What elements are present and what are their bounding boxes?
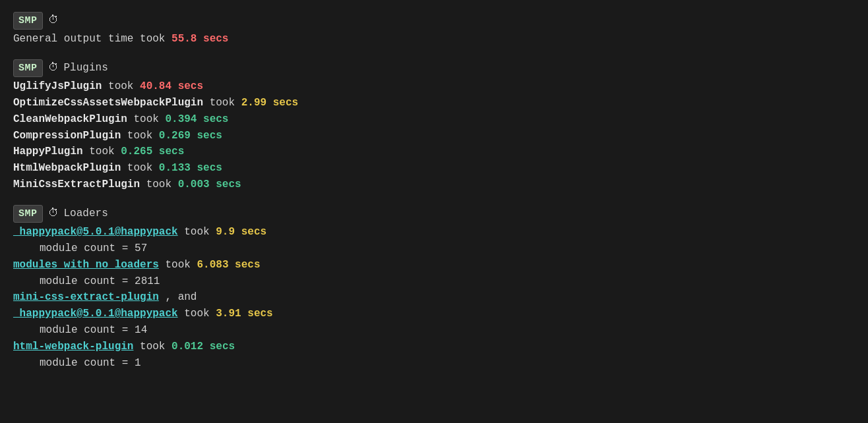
loader-took-happypack1: took (184, 226, 216, 238)
plugins-header: SMP ⏱ Plugins (13, 59, 855, 77)
plugin-value-mini-css: 0.003 secs (178, 179, 241, 190)
plugin-value-optimize-css: 2.99 secs (241, 97, 298, 109)
loader-value-happypack1: 9.9 secs (216, 226, 266, 238)
loader-value-no-loaders: 6.083 secs (197, 259, 260, 271)
clock-icon-general: ⏱ (48, 13, 59, 29)
plugin-value-html: 0.133 secs (159, 162, 222, 174)
plugin-took-mini-css: took (146, 179, 178, 190)
plugin-value-uglify: 40.84 secs (140, 80, 203, 92)
general-header: SMP ⏱ (13, 12, 855, 30)
loader-line-mini-happypack: mini-css-extract-plugin , and (13, 289, 855, 306)
loader-name-html-webpack: html-webpack-plugin (13, 341, 133, 352)
loader-line-html-webpack: html-webpack-plugin took 0.012 secs (13, 339, 855, 355)
plugin-line-uglify: UglifyJsPlugin took 40.84 secs (13, 78, 855, 95)
plugin-took-compression: took (127, 130, 159, 142)
plugin-line-optimize-css: OptimizeCssAssetsWebpackPlugin took 2.99… (13, 95, 855, 111)
plugin-took-clean: took (133, 113, 165, 125)
general-section: SMP ⏱ General output time took 55.8 secs (13, 12, 855, 47)
loaders-section: SMP ⏱ Loaders _happypack@5.0.1@happypack… (13, 205, 855, 371)
general-output-prefix: General output time took (13, 33, 171, 45)
plugin-took-html: took (127, 162, 159, 174)
plugin-name-uglify: UglifyJsPlugin (13, 80, 102, 92)
plugin-name-happy: HappyPlugin (13, 146, 83, 157)
plugin-name-clean: CleanWebpackPlugin (13, 113, 127, 125)
loader-sep-and: , and (165, 291, 197, 303)
loader-value-happypack2: 3.91 secs (216, 308, 272, 320)
plugin-value-clean: 0.394 secs (165, 113, 228, 125)
loaders-title: Loaders (64, 206, 108, 222)
plugin-took-optimize-css: took (210, 97, 241, 109)
loader-line-happypack2: _happypack@5.0.1@happypack took 3.91 sec… (13, 306, 855, 322)
loaders-header: SMP ⏱ Loaders (13, 205, 855, 223)
loader-line-no-loaders: modules with no loaders took 6.083 secs (13, 257, 855, 273)
general-output-line: General output time took 55.8 secs (13, 31, 855, 47)
loader-name-happypack1: _happypack@5.0.1@happypack (13, 226, 178, 238)
plugin-took-uglify: took (108, 80, 140, 92)
plugin-took-happy: took (89, 146, 121, 157)
loader-count-no-loaders: module count = 2811 (40, 273, 855, 290)
smp-badge-loaders: SMP (13, 205, 43, 223)
plugin-value-happy: 0.265 secs (121, 146, 184, 157)
smp-badge-general: SMP (13, 12, 43, 30)
plugin-value-compression: 0.269 secs (159, 130, 222, 142)
loader-took-happypack2: took (184, 308, 216, 320)
loader-name-happypack2: _happypack@5.0.1@happypack (13, 308, 178, 320)
plugin-line-html: HtmlWebpackPlugin took 0.133 secs (13, 160, 855, 177)
loader-line-happypack1: _happypack@5.0.1@happypack took 9.9 secs (13, 224, 855, 240)
plugin-name-mini-css: MiniCssExtractPlugin (13, 179, 140, 190)
plugin-name-optimize-css: OptimizeCssAssetsWebpackPlugin (13, 97, 203, 109)
plugin-line-compression: CompressionPlugin took 0.269 secs (13, 128, 855, 144)
smp-badge-plugins: SMP (13, 59, 43, 77)
loader-value-html-webpack: 0.012 secs (171, 341, 235, 352)
plugin-name-html: HtmlWebpackPlugin (13, 162, 121, 174)
plugins-section: SMP ⏱ Plugins UglifyJsPlugin took 40.84 … (13, 59, 855, 193)
loader-name-mini-css-extract: mini-css-extract-plugin (13, 291, 159, 303)
plugin-name-compression: CompressionPlugin (13, 130, 121, 142)
clock-icon-loaders: ⏱ (48, 206, 59, 222)
plugin-line-happy: HappyPlugin took 0.265 secs (13, 144, 855, 160)
loader-count-happypack2: module count = 14 (40, 322, 855, 339)
plugin-line-mini-css: MiniCssExtractPlugin took 0.003 secs (13, 177, 855, 193)
plugins-title: Plugins (64, 60, 108, 76)
loader-count-happypack1: module count = 57 (40, 240, 855, 257)
loader-count-html-webpack: module count = 1 (40, 355, 855, 372)
loader-took-html-webpack: took (140, 341, 171, 352)
clock-icon-plugins: ⏱ (48, 60, 59, 76)
general-output-value: 55.8 secs (171, 33, 228, 45)
plugin-line-clean: CleanWebpackPlugin took 0.394 secs (13, 111, 855, 128)
loader-name-no-loaders: modules with no loaders (13, 259, 159, 271)
loader-took-no-loaders: took (165, 259, 197, 271)
